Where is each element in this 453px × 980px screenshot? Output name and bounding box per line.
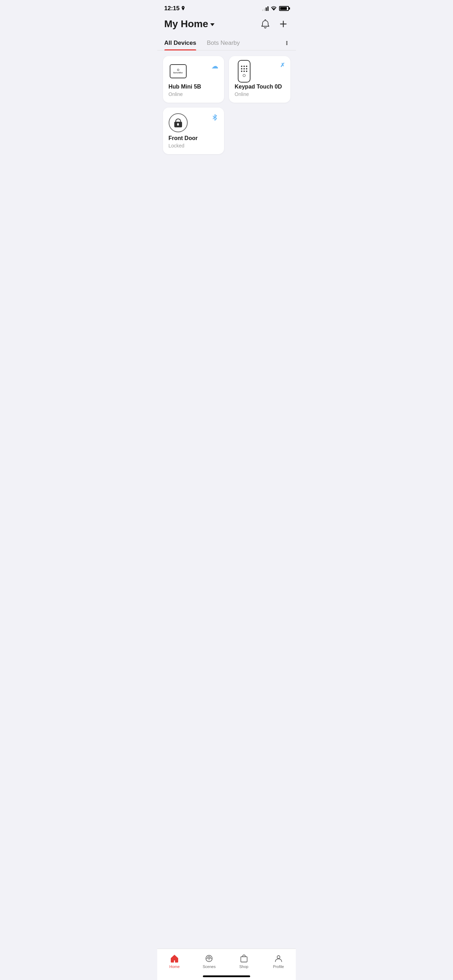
time-display: 12:15: [164, 5, 180, 12]
lock-icon: [168, 113, 188, 132]
hub-mini-icon-wrapper: SwitchBot: [168, 62, 188, 81]
bluetooth-icon-keypad: ✗: [280, 62, 285, 68]
plus-icon: [279, 20, 288, 28]
device-name-hub-mini: Hub Mini 5B: [168, 84, 219, 90]
wifi-icon: [270, 6, 277, 11]
device-card-front-door[interactable]: Front Door Locked: [163, 108, 224, 154]
keypad-icon-wrapper: [235, 62, 254, 81]
device-card-keypad[interactable]: ✗ Keypad Touch 0D Online: [229, 56, 290, 103]
more-icon: [286, 41, 288, 45]
tab-bots-nearby[interactable]: Bots Nearby: [207, 36, 240, 50]
notification-button[interactable]: [259, 18, 271, 30]
hub-mini-info: Hub Mini 5B Online: [168, 84, 219, 97]
device-card-hub-mini[interactable]: SwitchBot ☁ Hub Mini 5B Online: [163, 56, 224, 103]
device-status-hub-mini: Online: [168, 91, 219, 97]
devices-grid: SwitchBot ☁ Hub Mini 5B Online: [157, 56, 296, 154]
status-bar: 12:15: [157, 0, 296, 15]
add-device-button[interactable]: [278, 18, 289, 30]
device-card-header: ✗: [235, 62, 285, 81]
location-icon: [181, 6, 185, 11]
device-name-keypad: Keypad Touch 0D: [235, 84, 285, 90]
front-door-info: Front Door Locked: [168, 135, 219, 148]
cloud-connection-icon: ☁: [211, 62, 218, 70]
bluetooth-icon-door: [211, 114, 218, 121]
app-header: My Home: [157, 15, 296, 36]
header-actions: [259, 18, 289, 30]
battery-icon: [279, 6, 289, 11]
tabs-more-button[interactable]: [285, 40, 289, 46]
home-selector[interactable]: My Home: [164, 18, 215, 30]
hub-mini-icon: SwitchBot: [170, 64, 187, 78]
device-card-header-door: [168, 113, 219, 132]
tabs-bar: All Devices Bots Nearby: [157, 36, 296, 51]
status-icons: [262, 6, 289, 11]
status-time: 12:15: [164, 5, 185, 12]
bell-icon: [261, 19, 270, 29]
keypad-icon: [238, 60, 251, 83]
keypad-info: Keypad Touch 0D Online: [235, 84, 285, 97]
tab-all-devices[interactable]: All Devices: [164, 36, 197, 50]
device-card-header: SwitchBot ☁: [168, 62, 219, 81]
device-status-front-door: Locked: [168, 143, 219, 148]
chevron-down-icon: [210, 23, 215, 26]
home-title: My Home: [164, 18, 208, 30]
lock-icon-wrapper: [168, 113, 188, 132]
device-name-front-door: Front Door: [168, 135, 219, 142]
signal-strength: [262, 6, 269, 11]
device-status-keypad: Online: [235, 91, 285, 97]
